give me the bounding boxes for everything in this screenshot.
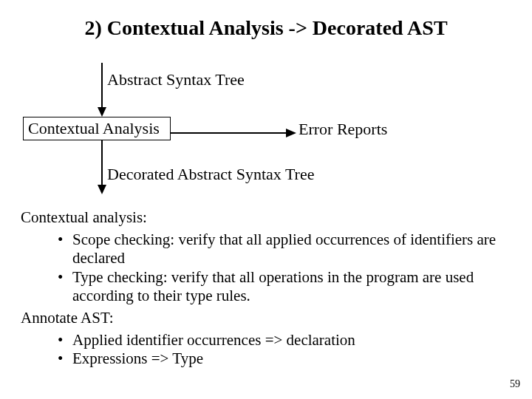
arrow-down-icon [97, 63, 107, 117]
error-reports-label: Error Reports [299, 120, 387, 139]
section-heading: Annotate AST: [21, 309, 508, 328]
output-label: Decorated Abstract Syntax Tree [107, 165, 314, 184]
page-number: 59 [510, 378, 520, 390]
slide-title: 2) Contextual Analysis -> Decorated AST [0, 16, 532, 40]
section-heading: Contextual analysis: [21, 208, 508, 228]
body-text: Contextual analysis: Scope checking: ver… [21, 208, 508, 372]
slide: 2) Contextual Analysis -> Decorated AST … [0, 0, 532, 399]
list-item: Expressions => Type [62, 349, 508, 369]
bullet-list: Applied identifier occurrences => declar… [21, 331, 508, 369]
svg-marker-5 [98, 185, 106, 194]
svg-marker-3 [286, 129, 296, 137]
contextual-analysis-box: Contextual Analysis [23, 117, 171, 140]
list-item: Scope checking: verify that all applied … [62, 231, 508, 268]
list-item: Type checking: verify that all operation… [62, 268, 508, 306]
arrow-right-icon [171, 128, 296, 138]
arrow-down-icon [97, 140, 107, 194]
list-item: Applied identifier occurrences => declar… [62, 331, 508, 350]
box-label: Contextual Analysis [28, 119, 160, 138]
svg-marker-1 [98, 107, 106, 117]
input-label: Abstract Syntax Tree [107, 70, 245, 89]
bullet-list: Scope checking: verify that all applied … [21, 231, 508, 306]
